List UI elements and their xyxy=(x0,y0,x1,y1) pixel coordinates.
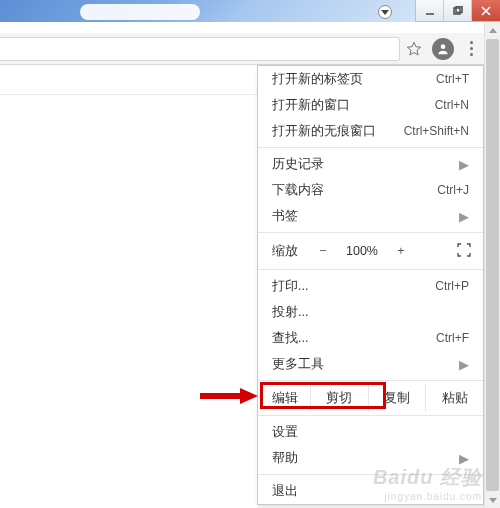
zoom-label: 缩放 xyxy=(272,243,298,260)
menu-separator xyxy=(258,380,483,381)
paste-button[interactable]: 粘贴 xyxy=(425,384,483,412)
shortcut-text: Ctrl+Shift+N xyxy=(404,124,469,138)
menu-item-new-window[interactable]: 打开新的窗口Ctrl+N xyxy=(258,92,483,118)
menu-label: 投射... xyxy=(272,304,469,321)
menu-item-settings[interactable]: 设置 xyxy=(258,419,483,445)
shortcut-text: Ctrl+F xyxy=(436,331,469,345)
shortcut-text: Ctrl+J xyxy=(437,183,469,197)
menu-label: 更多工具 xyxy=(272,356,459,373)
annotation-arrow xyxy=(200,388,258,404)
menu-item-more-tools[interactable]: 更多工具▶ xyxy=(258,351,483,377)
watermark: Baidu 经验 jingyan.baidu.com xyxy=(373,464,482,502)
menu-item-history[interactable]: 历史记录▶ xyxy=(258,151,483,177)
svg-rect-7 xyxy=(200,393,240,399)
fullscreen-icon[interactable] xyxy=(457,243,471,260)
menu-label: 历史记录 xyxy=(272,156,459,173)
browser-toolbar xyxy=(0,33,484,65)
minimize-button[interactable] xyxy=(416,0,444,21)
svg-point-6 xyxy=(441,44,446,49)
shortcut-text: Ctrl+P xyxy=(435,279,469,293)
menu-label: 打开新的标签页 xyxy=(272,71,436,88)
menu-label: 打开新的窗口 xyxy=(272,97,435,114)
content-divider xyxy=(0,94,260,95)
menu-item-new-tab[interactable]: 打开新的标签页Ctrl+T xyxy=(258,66,483,92)
menu-item-print[interactable]: 打印...Ctrl+P xyxy=(258,273,483,299)
watermark-url: jingyan.baidu.com xyxy=(373,491,482,502)
vertical-scrollbar[interactable] xyxy=(484,22,500,508)
menu-label: 查找... xyxy=(272,330,436,347)
menu-label: 打开新的无痕窗口 xyxy=(272,123,404,140)
menu-item-cast[interactable]: 投射... xyxy=(258,299,483,325)
watermark-brand: Baidu 经验 xyxy=(373,466,482,488)
menu-label: 打印... xyxy=(272,278,435,295)
close-window-button[interactable] xyxy=(472,0,500,21)
zoom-value: 100% xyxy=(340,244,384,258)
svg-marker-5 xyxy=(407,42,420,55)
window-controls xyxy=(415,0,500,22)
menu-item-edit: 编辑 剪切 复制 粘贴 xyxy=(258,384,483,412)
chrome-main-menu: 打开新的标签页Ctrl+T 打开新的窗口Ctrl+N 打开新的无痕窗口Ctrl+… xyxy=(257,65,484,505)
submenu-arrow-icon: ▶ xyxy=(459,157,469,172)
edit-label: 编辑 xyxy=(258,390,310,407)
menu-item-incognito[interactable]: 打开新的无痕窗口Ctrl+Shift+N xyxy=(258,118,483,144)
submenu-arrow-icon: ▶ xyxy=(459,209,469,224)
menu-separator xyxy=(258,147,483,148)
submenu-arrow-icon: ▶ xyxy=(459,357,469,372)
svg-marker-8 xyxy=(240,388,258,404)
cut-button[interactable]: 剪切 xyxy=(310,384,368,412)
scroll-up-button[interactable] xyxy=(485,22,500,38)
bookmark-star-icon[interactable] xyxy=(406,41,422,57)
zoom-in-button[interactable]: + xyxy=(388,244,414,258)
menu-separator xyxy=(258,232,483,233)
shortcut-text: Ctrl+T xyxy=(436,72,469,86)
menu-item-zoom: 缩放 − 100% + xyxy=(258,236,483,266)
maximize-button[interactable] xyxy=(444,0,472,21)
copy-button[interactable]: 复制 xyxy=(368,384,426,412)
profile-avatar-icon[interactable] xyxy=(432,38,454,60)
menu-item-bookmarks[interactable]: 书签▶ xyxy=(258,203,483,229)
zoom-out-button[interactable]: − xyxy=(310,244,336,258)
menu-item-downloads[interactable]: 下载内容Ctrl+J xyxy=(258,177,483,203)
menu-label: 设置 xyxy=(272,424,469,441)
menu-label: 下载内容 xyxy=(272,182,437,199)
chrome-menu-button[interactable] xyxy=(464,38,478,60)
scrollbar-thumb[interactable] xyxy=(486,39,499,491)
scroll-down-button[interactable] xyxy=(485,492,500,508)
caret-down-icon[interactable] xyxy=(378,5,392,19)
shortcut-text: Ctrl+N xyxy=(435,98,469,112)
address-bar[interactable] xyxy=(0,37,400,61)
menu-item-find[interactable]: 查找...Ctrl+F xyxy=(258,325,483,351)
menu-label: 书签 xyxy=(272,208,459,225)
menu-separator xyxy=(258,415,483,416)
menu-separator xyxy=(258,269,483,270)
